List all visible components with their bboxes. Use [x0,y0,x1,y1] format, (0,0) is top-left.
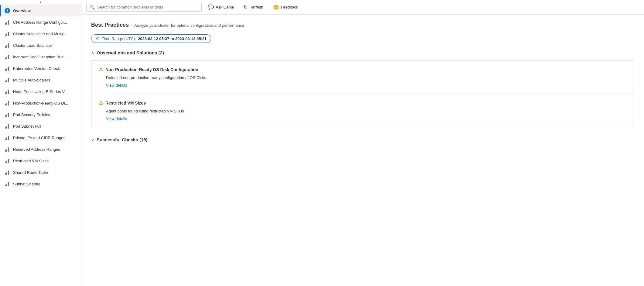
sidebar-item-label: Restricted VM Sizes [13,159,49,163]
observations-section-header[interactable]: ∧ Observations and Solutions (2) [91,50,634,55]
successful-section-header[interactable]: ∨ Successful Checks (18) [91,137,634,142]
obs-title-text: Restricted VM Sizes [105,101,146,105]
observation-card-non-prod-os: ⚠ Non-Production-Ready OS Disk Configura… [91,60,634,94]
overview-icon: i [5,8,10,13]
sidebar-item-non-production[interactable]: Non-Production-Ready OS Di... [0,97,81,109]
refresh-button[interactable]: ↻ Refresh [240,2,267,12]
time-range-value: 2023-03-12 05:37 to 2023-03-13 05:21 [138,36,207,41]
sidebar-item-label: Shared Route Table [13,170,48,175]
sidebar-scroll-indicator: ▲ [0,0,81,5]
bar-chart-icon [5,89,10,94]
scroll-up-icon: ▲ [39,1,42,4]
feedback-button[interactable]: 🙂 Feedback [269,2,302,12]
sidebar-item-kubernetes-version[interactable]: Kubernetes Version Check [0,63,81,74]
sidebar-item-label: Overview [13,9,31,13]
time-range-badge[interactable]: ⏱ Time Range (UTC): 2023-03-12 05:37 to … [91,34,211,43]
obs-description: Agent pools found using restricted VM SK… [99,109,627,113]
sidebar-item-label: CNI Address Range Configur... [13,20,67,25]
ask-genie-label: Ask Genie [216,5,234,9]
title-row: Best Practices - Analyze your cluster fo… [91,22,634,29]
sidebar-item-label: Kubernetes Version Check [13,66,60,71]
feedback-label: Feedback [281,5,298,9]
warning-icon: ⚠ [99,67,103,72]
bar-chart-icon [5,158,10,164]
obs-title-text: Non-Production-Ready OS Disk Configurati… [105,67,198,72]
sidebar-item-pod-security[interactable]: Pod Security Policies [0,109,81,120]
chevron-down-icon: ∨ [91,137,94,142]
ask-genie-button[interactable]: 💬 Ask Genie [204,2,238,12]
clock-icon: ⏱ [96,36,100,41]
sidebar-item-label: Private IPs and CIDR Ranges [13,136,65,140]
ask-genie-icon: 💬 [208,4,214,10]
sidebar-item-label: Non-Production-Ready OS Di... [13,101,68,105]
sidebar-item-subnet-sharing[interactable]: Subnet Sharing [0,178,81,190]
sidebar-item-node-pools[interactable]: Node Pools Using B-Series V... [0,86,81,97]
sidebar-item-overview[interactable]: iOverview [0,5,81,16]
time-range-prefix: Time Range (UTC): [102,36,136,41]
sidebar-item-reserved-address[interactable]: Reserved Address Ranges [0,143,81,155]
refresh-icon: ↻ [244,4,248,10]
sidebar-item-shared-route[interactable]: Shared Route Table [0,167,81,178]
bar-chart-icon [5,146,10,152]
obs-card-title: ⚠ Restricted VM Sizes [99,100,627,106]
search-input[interactable] [97,5,198,9]
sidebar-item-cni-address[interactable]: CNI Address Range Configur... [0,16,81,28]
bar-chart-icon [5,31,10,36]
bar-chart-icon [5,170,10,175]
search-box[interactable]: 🔍 [86,3,202,12]
observations-section-title: Observations and Solutions (2) [97,50,164,55]
search-icon: 🔍 [90,5,95,10]
sidebar-item-cluster-load-balancer[interactable]: Cluster Load Balancer [0,40,81,51]
sidebar-item-label: Incorrect Pod Disruption Bud... [13,55,67,59]
bar-chart-icon [5,54,10,60]
bar-chart-icon [5,43,10,48]
sidebar-item-label: Subnet Sharing [13,182,40,186]
sidebar-item-pod-subnet[interactable]: Pod Subnet Full [0,120,81,132]
page-subtitle: Analyze your cluster for optimal configu… [134,23,244,28]
observations-list: ⚠ Non-Production-Ready OS Disk Configura… [91,60,634,127]
title-dash: - [131,22,132,28]
bar-chart-icon [5,77,10,83]
sidebar-item-label: Cluster Load Balancer [13,43,52,48]
sidebar-item-label: Pod Subnet Full [13,124,41,129]
sidebar-item-label: Pod Security Policies [13,112,50,117]
successful-section-title: Successful Checks (18) [97,137,148,142]
sidebar-item-cluster-autoscaler[interactable]: Cluster Autoscaler and Multip... [0,28,81,40]
bar-chart-icon [5,100,10,106]
feedback-icon: 🙂 [273,4,279,10]
bar-chart-icon [5,19,10,25]
chevron-up-icon: ∧ [91,50,94,55]
page-title: Best Practices [91,22,129,28]
sidebar-item-multiple-auto-scalers[interactable]: Multiple Auto-Scalers [0,74,81,86]
view-details-link-non-prod-os[interactable]: View details [99,83,127,88]
bar-chart-icon [5,181,10,187]
observation-card-restricted-vm: ⚠ Restricted VM Sizes Agent pools found … [91,94,634,127]
bar-chart-icon [5,66,10,71]
sidebar-item-label: Node Pools Using B-Series V... [13,89,67,94]
sidebar-item-label: Reserved Address Ranges [13,147,60,152]
sidebar-item-label: Multiple Auto-Scalers [13,78,50,82]
content-area: Best Practices - Analyze your cluster fo… [81,15,644,286]
sidebar-item-label: Cluster Autoscaler and Multip... [13,32,68,36]
bar-chart-icon [5,135,10,140]
sidebar-item-private-ips[interactable]: Private IPs and CIDR Ranges [0,132,81,143]
obs-card-title: ⚠ Non-Production-Ready OS Disk Configura… [99,67,627,72]
sidebar-item-restricted-vm[interactable]: Restricted VM Sizes [0,155,81,167]
sidebar: ▲ iOverview CNI Address Range Configur..… [0,0,81,286]
main-panel: 🔍 💬 Ask Genie ↻ Refresh 🙂 Feedback Best … [81,0,644,286]
sidebar-item-incorrect-pod[interactable]: Incorrect Pod Disruption Bud... [0,51,81,63]
bar-chart-icon [5,112,10,117]
toolbar: 🔍 💬 Ask Genie ↻ Refresh 🙂 Feedback [81,0,644,15]
refresh-label: Refresh [249,5,263,9]
obs-description: Detected non-production-ready configurat… [99,75,627,80]
bar-chart-icon [5,123,10,129]
warning-icon: ⚠ [99,100,103,106]
view-details-link-restricted-vm[interactable]: View details [99,116,127,121]
